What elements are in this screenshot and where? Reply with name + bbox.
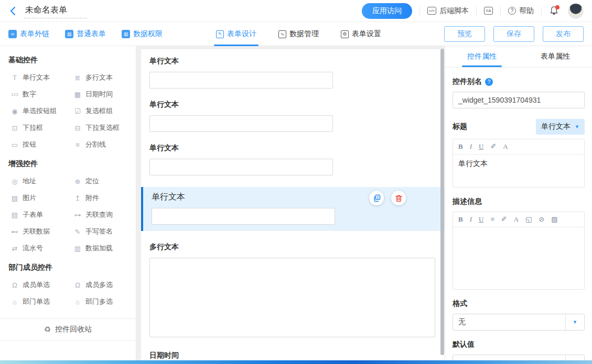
button-icon: ▭: [10, 141, 19, 149]
control-item-signature[interactable]: ✎手写签名: [73, 223, 132, 240]
control-item-serial-number[interactable]: ⇄流水号: [10, 240, 69, 257]
control-item-member-single[interactable]: Ω成员单选: [10, 277, 69, 293]
pen-icon[interactable]: ✐: [501, 215, 507, 224]
control-item-checkbox-group[interactable]: ☑复选框组: [73, 103, 132, 119]
multi-line-text-input[interactable]: [149, 258, 435, 337]
control-item-multi-line-text[interactable]: ≣多行文本: [73, 69, 132, 86]
bar-chart-icon: ▥: [122, 30, 130, 38]
single-line-text-input[interactable]: [149, 115, 333, 132]
recycle-icon: ♻: [44, 325, 51, 334]
divider: [541, 7, 542, 15]
control-item-image[interactable]: ▨图片: [10, 190, 69, 206]
single-line-text-input[interactable]: [152, 208, 335, 225]
underline-icon[interactable]: U: [479, 215, 483, 224]
unlink-icon[interactable]: ⊘: [539, 215, 544, 224]
delete-field-button[interactable]: [391, 191, 406, 205]
notification-bell-icon[interactable]: [549, 6, 559, 16]
control-item-dept-single[interactable]: ⌂部门单选: [10, 293, 69, 310]
tab-widget-properties[interactable]: 控件属性: [445, 46, 519, 67]
control-item-single-line-text[interactable]: T单行文本: [10, 69, 69, 86]
app-access-button[interactable]: 应用访问: [362, 3, 412, 19]
backend-script-button[interactable]: </> 后端脚本: [427, 6, 469, 16]
control-item-date-time[interactable]: ▦日期时间: [73, 86, 132, 103]
control-item-button[interactable]: ▭按钮: [10, 136, 69, 153]
single-line-text-input[interactable]: [149, 72, 333, 89]
title-label: 标题: [453, 122, 467, 131]
back-icon[interactable]: [8, 6, 19, 16]
align-icon[interactable]: ≡: [490, 215, 494, 224]
widget-type-dropdown[interactable]: 单行文本 ▼: [536, 119, 585, 135]
control-item-number[interactable]: 123数字: [10, 86, 69, 103]
control-item-radio-group[interactable]: ◉单选按钮组: [10, 103, 69, 119]
control-item-member-multi[interactable]: Ω成员多选: [73, 277, 132, 293]
widget-recycle-bin[interactable]: ♻ 控件回收站: [0, 318, 136, 340]
description-editor-content[interactable]: [453, 227, 584, 289]
canvas-scrollbar[interactable]: [440, 49, 444, 355]
underline-icon[interactable]: U: [479, 142, 483, 151]
canvas-field-text-4-selected[interactable]: 单行文本: [141, 187, 445, 231]
save-button[interactable]: 保存: [493, 26, 534, 42]
form-title[interactable]: 未命名表单: [24, 4, 87, 18]
control-item-divider[interactable]: ≡分割线: [73, 136, 132, 153]
format-select[interactable]: 无 ▼: [453, 314, 585, 330]
widget-sidebar: 基础控件 T单行文本 ≣多行文本 123数字 ▦日期时间 ◉单选按钮组 ☑复选框…: [0, 46, 136, 360]
canvas-field-datetime[interactable]: 日期时间 ▦: [149, 351, 436, 360]
description-label: 描述信息: [453, 197, 585, 206]
canvas-field-text-1[interactable]: 单行文本: [149, 57, 436, 89]
control-item-address[interactable]: ◎地址: [10, 173, 69, 190]
bold-icon[interactable]: B: [458, 142, 463, 151]
publish-button[interactable]: 发布: [543, 26, 584, 42]
title-rich-editor: B I U ✐ A 单行文本: [453, 139, 585, 187]
control-item-multi-select[interactable]: ⊟下拉复选框: [73, 119, 132, 136]
insert-image-icon[interactable]: ▨: [551, 215, 557, 224]
section-basic-controls: 基础控件: [0, 52, 136, 69]
glossary-icon: ≡A: [484, 7, 493, 15]
signature-pen-icon: ✎: [73, 228, 82, 236]
control-item-link-data[interactable]: ⊷关联数据: [10, 223, 69, 240]
pen-icon[interactable]: ✐: [490, 142, 496, 151]
field-label: 单行文本: [149, 100, 436, 109]
control-item-select[interactable]: ⊡下拉框: [10, 119, 69, 136]
chevron-down-icon: ▼: [575, 124, 579, 129]
single-line-text-input[interactable]: [149, 159, 333, 175]
tab-data-management[interactable]: ∿ 数据管理: [278, 22, 319, 46]
canvas-field-text-3[interactable]: 单行文本: [149, 144, 436, 175]
font-color-icon[interactable]: A: [514, 215, 519, 224]
canvas-field-textarea[interactable]: 多行文本: [149, 242, 436, 339]
person-icon: Ω: [10, 281, 19, 289]
italic-icon[interactable]: I: [470, 142, 472, 151]
bold-icon[interactable]: B: [458, 215, 463, 224]
italic-icon[interactable]: I: [470, 215, 472, 224]
widget-alias-input[interactable]: [453, 92, 585, 108]
tab-form-settings[interactable]: ⚙ 表单设置: [341, 22, 381, 46]
control-item-dept-multi[interactable]: ⌂部门多选: [73, 293, 132, 310]
help-tooltip-icon[interactable]: ?: [485, 78, 493, 86]
canvas-field-text-2[interactable]: 单行文本: [149, 100, 436, 132]
tab-form-properties[interactable]: 表单属性: [519, 46, 592, 67]
help-button[interactable]: ? 帮助: [508, 6, 534, 16]
divider: [419, 7, 420, 15]
copy-block-icon[interactable]: ◱: [525, 215, 532, 224]
field-label: 单行文本: [149, 144, 436, 153]
divider: [476, 7, 477, 15]
preview-button[interactable]: 预览: [444, 26, 485, 42]
duplicate-field-button[interactable]: [369, 191, 384, 205]
control-item-attachment[interactable]: ↥附件: [73, 190, 132, 206]
description-rich-editor: B I U ≡ ✐ A ◱ ⊘ ▨: [453, 212, 585, 290]
control-item-link-query[interactable]: ⊶关联查询: [73, 206, 132, 223]
divider: [500, 7, 501, 15]
link-icon: ∞: [8, 30, 17, 38]
font-color-icon[interactable]: A: [503, 142, 508, 151]
title-editor-content[interactable]: 单行文本: [453, 155, 584, 187]
control-item-data-load[interactable]: ▥数据加载: [73, 240, 132, 257]
tab-form-design[interactable]: ✎ 表单设计: [216, 22, 256, 46]
user-avatar[interactable]: [568, 3, 584, 19]
external-link-tab[interactable]: ∞ 表单外链: [8, 29, 49, 39]
glossary-button[interactable]: ≡A: [484, 7, 493, 15]
default-value-select[interactable]: ▼: [453, 355, 585, 360]
control-item-location[interactable]: ⊕定位: [73, 173, 132, 190]
control-item-subform[interactable]: ▤子表单: [10, 206, 69, 223]
chevron-down-icon: ▼: [565, 355, 584, 360]
data-permission-tab[interactable]: ▥ 数据权限: [122, 29, 163, 39]
normal-form-tab[interactable]: ▤ 普通表单: [65, 29, 106, 39]
